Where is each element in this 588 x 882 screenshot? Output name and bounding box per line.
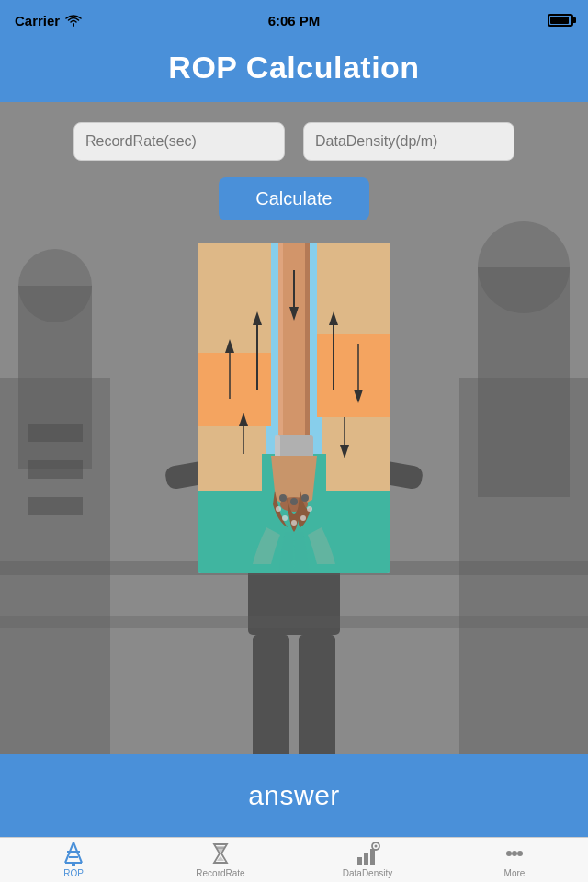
- calculate-row: Calculate: [0, 161, 588, 220]
- tab-recordrate-label: RecordRate: [196, 868, 244, 878]
- svg-point-36: [307, 506, 312, 512]
- svg-point-64: [375, 844, 378, 847]
- svg-point-32: [276, 506, 281, 512]
- svg-point-66: [512, 851, 517, 856]
- derrick-icon: [61, 841, 86, 866]
- svg-rect-24: [278, 243, 283, 445]
- svg-point-35: [300, 515, 306, 521]
- tab-recordrate[interactable]: RecordRate: [147, 838, 294, 882]
- page-title: ROP Calculation: [0, 50, 588, 85]
- drill-svg: [198, 243, 390, 573]
- tab-datadensity[interactable]: DataDensity: [294, 838, 441, 882]
- tab-bar: ROP RecordRate: [0, 837, 588, 882]
- status-carrier: Carrier: [15, 13, 82, 28]
- svg-rect-62: [370, 849, 375, 865]
- svg-rect-56: [72, 863, 75, 866]
- wifi-icon: [65, 14, 82, 27]
- carrier-text: Carrier: [15, 13, 60, 28]
- svg-rect-25: [305, 243, 310, 445]
- svg-rect-60: [357, 857, 362, 865]
- bars-icon: [355, 841, 380, 866]
- drill-image-container: [0, 220, 588, 573]
- hourglass-icon: [208, 841, 233, 866]
- tab-datadensity-label: DataDensity: [343, 868, 392, 878]
- svg-point-33: [282, 515, 288, 521]
- data-density-input[interactable]: [303, 122, 514, 161]
- calculate-button[interactable]: Calculate: [219, 177, 368, 220]
- svg-point-67: [517, 851, 523, 856]
- answer-label: answer: [248, 780, 340, 811]
- battery-icon: [548, 14, 573, 27]
- status-bar: Carrier 6:06 PM: [0, 0, 588, 40]
- answer-bar: answer: [0, 754, 588, 837]
- svg-rect-61: [364, 853, 368, 865]
- tab-more-label: More: [504, 868, 526, 878]
- svg-rect-26: [275, 435, 313, 458]
- drill-illustration: [198, 243, 390, 573]
- main-content: Calculate: [0, 102, 588, 831]
- svg-point-34: [291, 520, 297, 526]
- tab-rop[interactable]: ROP: [0, 838, 147, 882]
- svg-point-65: [506, 851, 512, 856]
- status-battery-area: [548, 14, 573, 27]
- app-header: ROP Calculation: [0, 40, 588, 102]
- inputs-row: [0, 102, 588, 161]
- battery-fill: [550, 17, 569, 24]
- svg-rect-27: [275, 435, 280, 458]
- status-time: 6:06 PM: [268, 13, 321, 28]
- tab-more[interactable]: More: [441, 838, 588, 882]
- svg-rect-19: [0, 616, 588, 628]
- svg-point-29: [279, 494, 287, 502]
- tab-rop-label: ROP: [63, 868, 84, 878]
- svg-point-31: [301, 494, 309, 502]
- record-rate-input[interactable]: [74, 122, 285, 161]
- svg-point-30: [290, 498, 298, 505]
- dots-icon: [502, 841, 527, 866]
